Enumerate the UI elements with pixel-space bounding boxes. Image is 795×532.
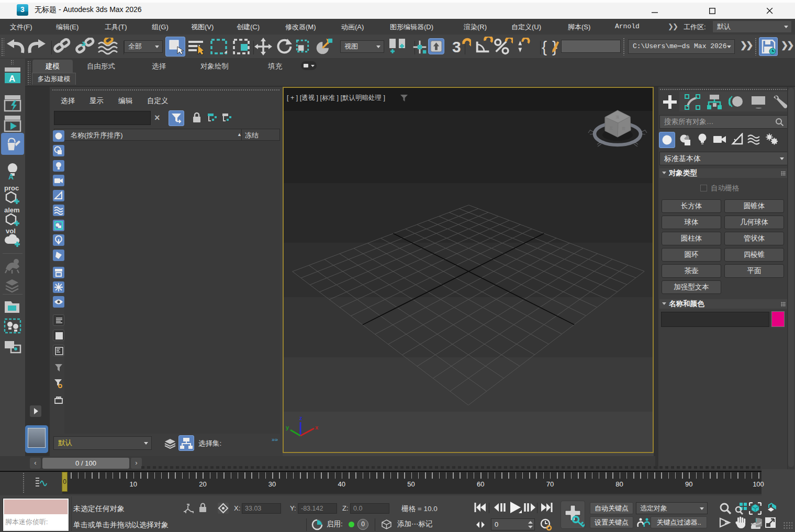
svg-text:顶: 顶 (615, 115, 619, 119)
svg-text:3: 3 (452, 38, 461, 55)
svg-text:x: x (315, 424, 319, 431)
svg-text:左: 左 (609, 126, 613, 130)
svg-text:{: { (542, 38, 547, 55)
svg-text:z: z (299, 415, 303, 421)
svg-text:proc: proc (4, 184, 19, 192)
svg-text:前: 前 (622, 127, 625, 130)
svg-text:vol: vol (6, 227, 16, 235)
svg-text:y: y (286, 424, 289, 431)
svg-text:A: A (9, 74, 15, 84)
svg-text:A: A (8, 173, 14, 180)
svg-text:alem: alem (4, 206, 20, 214)
